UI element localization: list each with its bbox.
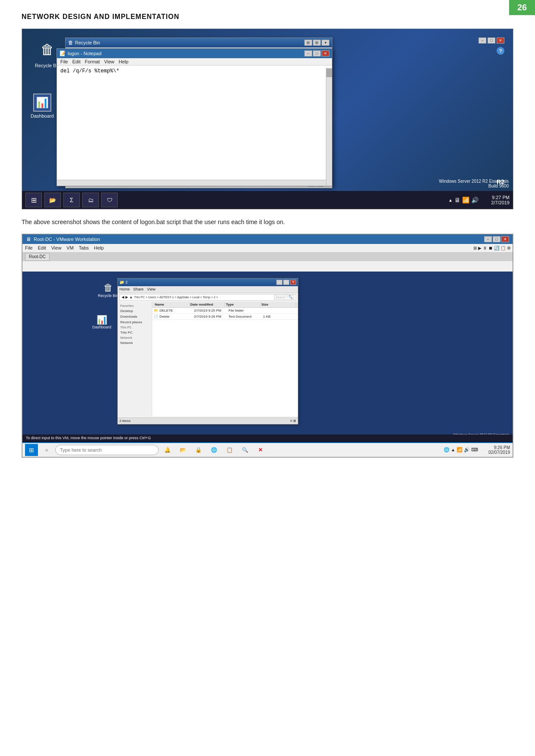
- sidebar-item-recent[interactable]: Recent places: [119, 319, 151, 325]
- top-close-btn[interactable]: ✕: [497, 37, 504, 44]
- vm-recycle-bin-label: Recycle Bin: [98, 294, 119, 298]
- dashboard-icon-img: 📊: [33, 94, 51, 112]
- vmware-icon: 🖥: [26, 236, 31, 242]
- host-start-button[interactable]: ⊞: [25, 444, 38, 456]
- top-maximize-btn[interactable]: □: [488, 37, 495, 44]
- toolbar-btn-1[interactable]: ⊞: [304, 40, 312, 46]
- nav-forward-btn[interactable]: ▶: [125, 295, 128, 299]
- host-taskbar-clock[interactable]: 9:26 PM 02/07/2019: [488, 445, 510, 455]
- host-search-input[interactable]: [55, 445, 159, 455]
- vmware-menu-view[interactable]: View: [51, 245, 62, 250]
- vm-tab-root-dc[interactable]: Root-DC: [25, 253, 50, 261]
- vmware-menu-help[interactable]: Help: [94, 245, 104, 250]
- taskbar-folder-btn[interactable]: 🗂: [82, 193, 99, 207]
- col-header-name[interactable]: Name: [154, 302, 190, 307]
- vmware-menu-edit[interactable]: Edit: [38, 245, 46, 250]
- notepad-scrollbar-h[interactable]: [57, 180, 326, 186]
- tray-arrow[interactable]: ▲: [448, 198, 453, 203]
- inner-search-box[interactable]: Search ? 🔍: [274, 295, 294, 300]
- notepad-menu-view[interactable]: View: [104, 59, 115, 64]
- vmware-title: Root-DC - VMware Workstation: [34, 237, 100, 242]
- nav-back-btn[interactable]: ◀: [122, 295, 124, 299]
- host-taskbar-btn-1[interactable]: 🔔: [160, 444, 174, 456]
- vmware-menu-tabs[interactable]: Tabs: [79, 245, 89, 250]
- vmware-restore-btn[interactable]: □: [493, 236, 501, 242]
- notepad-menu-file[interactable]: File: [60, 59, 68, 64]
- host-taskbar-btn-4[interactable]: 🌐: [207, 444, 221, 456]
- host-taskbar-btn-3[interactable]: 🔒: [191, 444, 205, 456]
- toolbar-btn-2[interactable]: ⊞: [313, 40, 321, 46]
- vmware-menu-file[interactable]: File: [25, 245, 33, 250]
- nav-up-btn[interactable]: ▲: [129, 295, 133, 299]
- notepad-close-btn[interactable]: ✕: [322, 50, 329, 56]
- breadcrumb-path: This PC > Users > ADTEST-1 > AppData > L…: [134, 296, 218, 299]
- vmware-minimize-btn[interactable]: −: [484, 236, 492, 242]
- host-taskbar-btn-5[interactable]: 📋: [222, 444, 236, 456]
- inner-view-btn-2[interactable]: ⊞: [293, 419, 296, 423]
- toolbar-icon-3[interactable]: ⏸: [483, 246, 487, 250]
- top-minimize-btn[interactable]: −: [479, 37, 486, 44]
- notepad-menu-help[interactable]: Help: [119, 59, 128, 64]
- host-taskbar-search-icon[interactable]: ○: [40, 444, 53, 456]
- vm-dashboard-icon[interactable]: 📊 Dashboard: [92, 315, 111, 329]
- dashboard-desktop-icon[interactable]: 📊 Dashboard: [31, 94, 54, 119]
- screenshot-1: 🗑 Recycle Bin 📊 Dashboard 🗑 Recycle Bin …: [22, 28, 513, 209]
- sidebar-item-desktop[interactable]: Desktop: [119, 308, 151, 314]
- sidebar-item-downloads[interactable]: Downloads: [119, 314, 151, 319]
- sidebar-item-network[interactable]: Network: [119, 340, 151, 346]
- ribbon-home[interactable]: Home: [119, 287, 130, 291]
- inner-minimize-btn[interactable]: −: [276, 280, 282, 285]
- taskbar-sigma-btn[interactable]: Σ: [63, 193, 80, 207]
- col-header-size[interactable]: Size: [261, 302, 297, 307]
- toolbar-icon-7[interactable]: ⚙: [507, 246, 511, 250]
- vmware-titlebar-left: 🖥 Root-DC - VMware Workstation: [26, 236, 100, 242]
- taskbar-explorer-btn[interactable]: 📂: [44, 193, 61, 207]
- ribbon-share[interactable]: Share: [133, 287, 144, 291]
- inner-view-btn-1[interactable]: ≡: [290, 419, 292, 423]
- col-header-type[interactable]: Type: [225, 302, 261, 307]
- notepad-menu-format[interactable]: Format: [85, 59, 100, 64]
- vm-recycle-bin-icon[interactable]: 🗑 Recycle Bin: [98, 282, 119, 298]
- host-taskbar-btn-7[interactable]: ✕: [253, 444, 267, 456]
- taskbar-shield-btn[interactable]: 🛡: [101, 193, 118, 207]
- col-header-date[interactable]: Date modified: [190, 302, 225, 307]
- notepad-content-area[interactable]: del /q/F/s %temp%\*: [57, 66, 332, 175]
- dashboard-label: Dashboard: [31, 113, 54, 119]
- toolbar-btn-3[interactable]: ▾: [322, 40, 329, 46]
- notepad-menu-edit[interactable]: Edit: [72, 59, 81, 64]
- help-icon[interactable]: ?: [497, 47, 504, 55]
- file-icon-0: 📁: [154, 309, 158, 312]
- notepad-maximize-btn[interactable]: □: [313, 50, 321, 56]
- file-row-0[interactable]: 📁 DELETE 2/7/2019 9:25 PM File folder: [152, 308, 298, 314]
- host-taskbar-btn-6[interactable]: 🔍: [238, 444, 252, 456]
- toolbar-icon-1[interactable]: ⊞: [473, 246, 477, 250]
- inner-close-btn[interactable]: ✕: [290, 280, 296, 285]
- host-tray: 🌐 ▲ 📶 🔊 ⌨: [444, 447, 478, 453]
- vm-dashboard-label: Dashboard: [92, 325, 111, 329]
- taskbar-clock[interactable]: 9:27 PM 2/7/2019: [491, 195, 510, 205]
- vmware-close-btn[interactable]: ✕: [501, 236, 509, 242]
- vmware-menubar: File Edit View VM Tabs Help ⊞ ▶ ⏸ ⏹ 🔄 📋 …: [22, 244, 513, 253]
- sidebar-item-thispc[interactable]: This PC: [119, 330, 151, 335]
- inner-breadcrumb[interactable]: ◀ ▶ ▲ This PC > Users > ADTEST-1 > AppDa…: [119, 294, 296, 301]
- vmware-menu-vm[interactable]: VM: [66, 245, 74, 250]
- file-row-1[interactable]: 📄 Delete 2/7/2019 9:26 PM Text Document …: [152, 314, 298, 320]
- sidebar-thispc-header: This PC: [119, 325, 151, 330]
- ribbon-view[interactable]: View: [147, 287, 155, 291]
- toolbar-icon-6[interactable]: 📋: [501, 246, 506, 250]
- notepad-icon: 📝: [59, 50, 66, 56]
- toolbar-icon-4[interactable]: ⏹: [488, 246, 493, 250]
- inner-search-icon[interactable]: 🔍: [288, 295, 293, 299]
- notepad-menubar: File Edit Format View Help: [57, 58, 332, 66]
- notepad-scrollbar-v[interactable]: [326, 68, 332, 186]
- scrollbar-thumb[interactable]: [326, 69, 332, 77]
- taskbar-tray: ▲ 🖥 📶 🔊: [448, 197, 479, 203]
- toolbar-icon-5[interactable]: 🔄: [494, 246, 499, 250]
- clock-date: 2/7/2019: [491, 200, 510, 205]
- notepad-minimize-btn[interactable]: −: [304, 50, 312, 56]
- host-tray-arrow[interactable]: ▲: [451, 447, 455, 452]
- inner-maximize-btn[interactable]: □: [283, 280, 289, 285]
- start-button[interactable]: ⊞: [25, 193, 42, 207]
- toolbar-icon-2[interactable]: ▶: [478, 246, 482, 250]
- host-taskbar-btn-2[interactable]: 📂: [176, 444, 190, 456]
